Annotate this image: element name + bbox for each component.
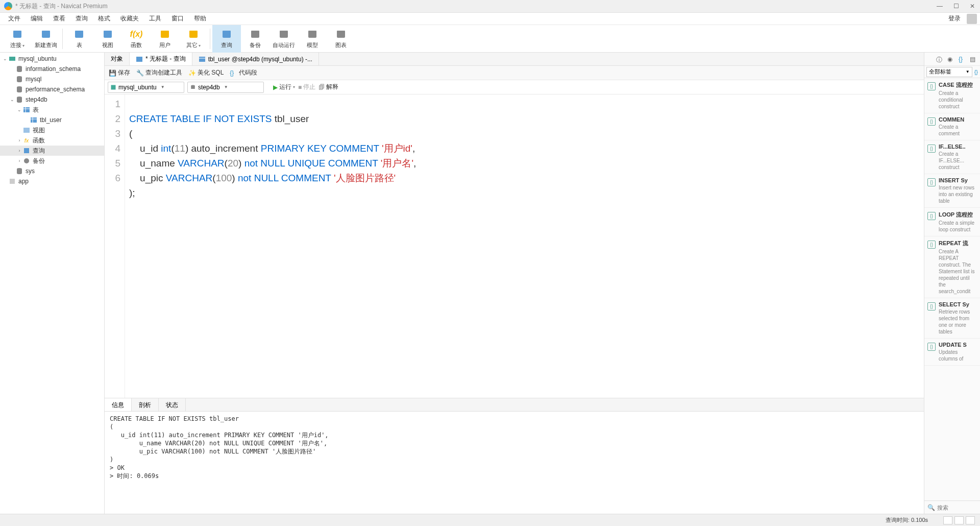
snippet-item[interactable]: {}INSERT SyInsert new rows into an exist… <box>924 174 980 208</box>
tree-mysql_ubuntu[interactable]: ⌄mysql_ubuntu <box>0 54 104 64</box>
toolbar-table[interactable]: 表 <box>65 25 93 53</box>
svg-rect-35 <box>23 107 30 112</box>
svg-rect-41 <box>23 128 30 133</box>
user-icon <box>159 29 170 40</box>
menu-编辑[interactable]: 编辑 <box>26 13 48 25</box>
tree-app[interactable]: app <box>0 176 104 186</box>
toolbar-other[interactable]: 其它▾ <box>179 25 208 53</box>
status-icon-3[interactable] <box>966 516 975 524</box>
avatar[interactable] <box>967 14 977 24</box>
toolbar-new-query[interactable]: 新建查询 <box>32 25 60 53</box>
toolbar-backup[interactable]: 备份 <box>241 25 270 53</box>
snippet-icon: {} <box>927 178 936 186</box>
maximize-button[interactable]: ☐ <box>952 3 960 10</box>
tree-mysql[interactable]: mysql <box>0 74 104 84</box>
database-selector[interactable]: step4db ▼ <box>187 82 264 93</box>
toolbar-schedule[interactable]: 自动运行 <box>270 25 298 53</box>
query-builder-button[interactable]: 🔧查询创建工具 <box>136 68 182 77</box>
tab-* 无标题 - 查询[interactable]: * 无标题 - 查询 <box>130 53 192 65</box>
outtab-剖析[interactable]: 剖析 <box>132 398 159 411</box>
toolbar-fx[interactable]: f(x)函数 <box>122 25 151 53</box>
plug-icon <box>12 29 23 40</box>
table-icon <box>199 56 206 63</box>
stop-button[interactable]: ■停止 <box>298 83 315 91</box>
snippet-list[interactable]: {}CASE 流程控Create a conditional construct… <box>924 78 980 500</box>
tree-performance_schema[interactable]: performance_schema <box>0 84 104 94</box>
toolbar-plug[interactable]: 连接▾ <box>3 25 32 53</box>
tree-step4db[interactable]: ⌄step4db <box>0 94 104 105</box>
run-button[interactable]: ▶运行▾ <box>273 83 295 91</box>
braces-icon[interactable]: {} <box>974 69 978 75</box>
tree-视图[interactable]: 视图 <box>0 125 104 135</box>
db-icon <box>15 96 23 103</box>
tab-tbl_user @step4db (mysql_ubuntu) -...[interactable]: tbl_user @step4db (mysql_ubuntu) -... <box>192 53 319 65</box>
status-icon-1[interactable] <box>943 516 952 524</box>
svg-rect-13 <box>223 31 231 33</box>
login-button[interactable]: 登录 <box>944 13 965 25</box>
snippet-item[interactable]: {}SELECT SyRetrieve rows selected from o… <box>924 298 980 339</box>
tree-表[interactable]: ⌄表 <box>0 105 104 115</box>
menu-文件[interactable]: 文件 <box>3 13 26 25</box>
connection-value: mysql_ubuntu <box>118 84 157 91</box>
list-icon[interactable]: ▤ <box>970 56 977 63</box>
status-icon-2[interactable] <box>954 516 964 524</box>
tree-information_schema[interactable]: information_schema <box>0 64 104 74</box>
outtab-状态[interactable]: 状态 <box>159 398 186 411</box>
editor-text[interactable]: CREATE TABLE IF NOT EXISTS tbl_user ( u_… <box>125 94 924 398</box>
toolbar-query[interactable]: 查询 <box>212 25 241 53</box>
explain-button[interactable]: 🗐解释 <box>318 83 338 91</box>
snippet-item[interactable]: {}LOOP 流程控Create a simple loop construct <box>924 208 980 236</box>
menu-收藏夹[interactable]: 收藏夹 <box>115 13 144 25</box>
menu-格式[interactable]: 格式 <box>93 13 115 25</box>
menu-工具[interactable]: 工具 <box>144 13 166 25</box>
toolbar-user[interactable]: 用户 <box>151 25 179 53</box>
chevron-down-icon: ▼ <box>966 69 970 74</box>
snippet-item[interactable]: {}IF...ELSE..Create a IF...ELSE... const… <box>924 140 980 174</box>
toolbar-model[interactable]: 模型 <box>298 25 327 53</box>
output-panel[interactable]: CREATE TABLE IF NOT EXISTS tbl_user ( u_… <box>105 412 924 514</box>
db-icon <box>15 65 23 73</box>
save-button[interactable]: 💾保存 <box>109 68 130 77</box>
connection-tree[interactable]: ⌄mysql_ubuntuinformation_schemamysqlperf… <box>0 53 105 514</box>
expand-icon: › <box>16 148 22 153</box>
tree-查询[interactable]: ›查询 <box>0 146 104 156</box>
circle-icon[interactable]: ◉ <box>947 56 954 63</box>
beautify-sql-button[interactable]: ✨美化 SQL <box>188 68 224 77</box>
snippet-item[interactable]: {}REPEAT 流Create A REPEAT construct. The… <box>924 236 980 298</box>
snippet-item[interactable]: {}CASE 流程控Create a conditional construct <box>924 78 980 113</box>
close-button[interactable]: ✕ <box>969 3 976 10</box>
query-time: 查询时间: 0.100s <box>886 516 928 524</box>
outtab-信息[interactable]: 信息 <box>105 398 132 411</box>
snippet-item[interactable]: {}UPDATE SUpdates columns of <box>924 339 980 366</box>
toolbar-chart[interactable]: 图表 <box>327 25 355 53</box>
svg-rect-15 <box>251 31 259 33</box>
menu-查询[interactable]: 查询 <box>70 13 93 25</box>
svg-rect-47 <box>10 179 15 184</box>
menu-窗口[interactable]: 窗口 <box>166 13 189 25</box>
tab-对象[interactable]: 对象 <box>105 53 130 65</box>
braces-icon[interactable]: {} <box>959 56 966 63</box>
toolbar-view[interactable]: 视图 <box>93 25 122 53</box>
search-input[interactable] <box>937 505 980 511</box>
connection-selector[interactable]: mysql_ubuntu ▼ <box>108 82 184 93</box>
snippet-icon: {} <box>927 212 936 220</box>
menu-查看[interactable]: 查看 <box>48 13 70 25</box>
tree-备份[interactable]: ›备份 <box>0 156 104 166</box>
info-icon[interactable]: ⓘ <box>936 56 943 63</box>
menu-帮助[interactable]: 帮助 <box>189 13 211 25</box>
tree-tbl_user[interactable]: tbl_user <box>0 115 104 125</box>
table-icon <box>30 116 38 124</box>
tree-函数[interactable]: ›fx函数 <box>0 135 104 146</box>
schedule-icon <box>278 29 289 40</box>
query-toolbar: 💾保存 🔧查询创建工具 ✨美化 SQL {}代码段 <box>105 66 924 80</box>
snippet-search[interactable]: 🔍 <box>924 500 980 514</box>
braces-icon: {} <box>230 69 237 77</box>
snippet-item[interactable]: {}COMMENCreate a comment <box>924 113 980 140</box>
sql-editor[interactable]: 123456 CREATE TABLE IF NOT EXISTS tbl_us… <box>105 94 924 398</box>
tree-sys[interactable]: sys <box>0 166 104 176</box>
svg-rect-11 <box>189 31 198 33</box>
snippet-filter[interactable]: 全部标签 ▼ <box>926 67 972 77</box>
minimize-button[interactable]: — <box>936 3 943 10</box>
app-icon <box>4 2 12 10</box>
code-snippet-button[interactable]: {}代码段 <box>230 68 257 77</box>
